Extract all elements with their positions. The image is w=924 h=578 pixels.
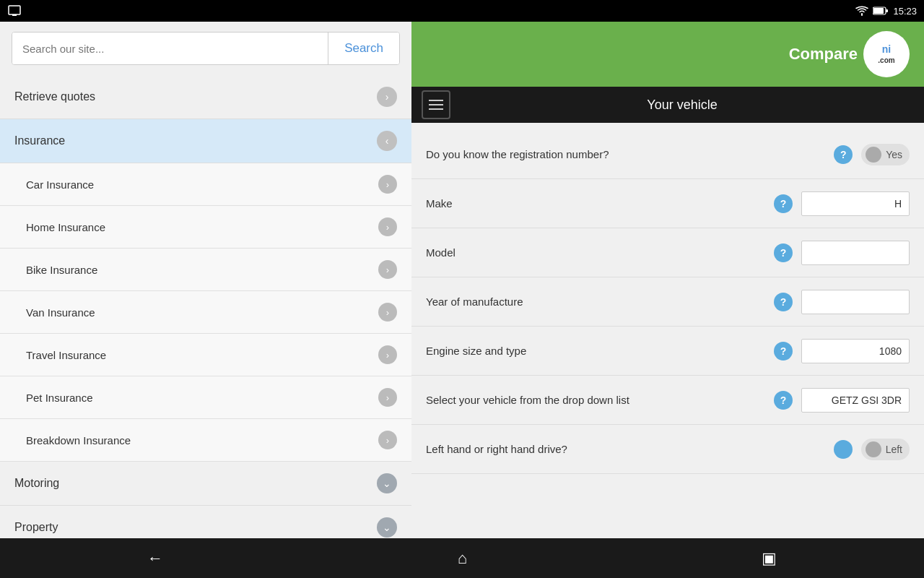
toggle-drive[interactable]: Left [861,439,910,460]
hamburger-button[interactable] [422,90,450,119]
right-panel: Compare ni .com Your vehicle [411,22,924,538]
hamburger-line-2 [429,104,443,105]
form-row-vehicle-select: Select your vehicle from the drop down l… [411,376,924,425]
battery-icon [873,7,889,15]
arrow-icon-pet: › [378,388,397,407]
svg-rect-0 [9,6,20,14]
nav-item-retrieve-quotes[interactable]: Retrieve quotes › [0,75,411,119]
toggle-circle-drive [866,441,881,457]
sub-label-travel: Travel Insurance [26,349,106,361]
top-bar: Your vehicle [411,87,924,123]
recent-button[interactable]: ▣ [740,543,798,574]
nav-item-insurance[interactable]: Insurance ‹ [0,119,411,163]
arrow-icon-travel: › [378,345,397,364]
sub-label-breakdown: Breakdown Insurance [26,434,131,447]
label-year: Year of manufacture [426,296,765,308]
input-year[interactable] [801,290,910,314]
form-row-engine: Engine size and type ? [411,327,924,376]
label-vehicle-select: Select your vehicle from the drop down l… [426,394,765,406]
sub-label-bike: Bike Insurance [26,264,97,276]
input-make[interactable] [801,191,910,216]
help-icon-engine[interactable]: ? [774,342,793,361]
clock: 15:23 [893,6,917,17]
input-vehicle-select[interactable] [801,388,910,413]
help-icon-year[interactable]: ? [774,293,793,311]
nav-label-motoring: Motoring [14,477,59,490]
arrow-icon-breakdown: › [378,431,397,449]
hamburger-line-3 [429,108,443,110]
arrow-icon-bike: › [378,260,397,279]
green-header: Compare ni .com [411,22,924,87]
input-engine[interactable] [801,339,910,363]
svg-rect-3 [873,8,884,14]
left-panel: Search Retrieve quotes › Insurance ‹ Car… [0,22,411,538]
wifi-icon [855,6,868,16]
toggle-label-reg: Yes [886,149,902,160]
svg-rect-4 [886,9,888,12]
search-button[interactable]: Search [328,33,399,64]
nav-item-motoring[interactable]: Motoring ⌄ [0,462,411,506]
form-row-year: Year of manufacture ? [411,277,924,327]
arrow-down-icon-motoring: ⌄ [377,473,397,493]
nav-item-travel-insurance[interactable]: Travel Insurance › [0,334,411,376]
nav-label-retrieve-quotes: Retrieve quotes [14,90,95,103]
screen-icon [7,4,22,18]
form-row-registration: Do you know the registration number? ? Y… [411,130,924,179]
arrow-up-icon-insurance: ‹ [377,131,397,151]
arrow-icon-retrieve: › [377,87,397,107]
help-icon-vehicle-select[interactable]: ? [774,391,793,410]
sub-label-pet: Pet Insurance [26,392,93,404]
status-bar: 15:23 [0,0,924,22]
toggle-circle-reg [866,147,881,163]
sub-label-car: Car Insurance [26,178,94,191]
toggle-label-drive: Left [886,444,902,455]
toggle-registration[interactable]: Yes [861,144,910,165]
sub-label-van: Van Insurance [26,306,95,319]
form-content: Do you know the registration number? ? Y… [411,123,924,538]
bottom-nav: ← ⌂ ▣ [0,538,924,578]
page-title: Your vehicle [450,98,914,113]
nav-item-breakdown-insurance[interactable]: Breakdown Insurance › [0,419,411,462]
arrow-icon-van: › [378,303,397,322]
nav-item-pet-insurance[interactable]: Pet Insurance › [0,376,411,419]
nav-item-property[interactable]: Property ⌄ [0,506,411,538]
svg-rect-1 [12,14,17,16]
nav-label-property: Property [14,521,58,534]
logo-text: Compare [789,45,858,64]
help-icon-drive[interactable] [834,440,853,459]
logo-inner: ni .com [878,43,894,65]
arrow-icon-car: › [378,175,397,194]
label-registration: Do you know the registration number? [426,148,825,160]
back-button[interactable]: ← [126,543,185,574]
sub-label-home: Home Insurance [26,221,105,233]
arrow-icon-home: › [378,217,397,236]
label-drive: Left hand or right hand drive? [426,443,834,455]
logo: Compare ni .com [789,31,910,77]
home-button[interactable]: ⌂ [436,543,489,574]
help-icon-registration[interactable]: ? [834,145,853,164]
search-input[interactable] [12,33,328,64]
help-icon-model[interactable]: ? [774,243,793,262]
label-engine: Engine size and type [426,345,765,357]
nav-label-insurance: Insurance [14,134,65,147]
label-model: Model [426,246,765,259]
label-make: Make [426,197,765,210]
nav-list: Retrieve quotes › Insurance ‹ Car Insura… [0,75,411,538]
nav-item-van-insurance[interactable]: Van Insurance › [0,291,411,334]
nav-item-home-insurance[interactable]: Home Insurance › [0,206,411,249]
form-row-make: Make ? [411,179,924,228]
form-row-model: Model ? [411,228,924,277]
input-model[interactable] [801,241,910,265]
search-bar: Search [12,32,400,65]
nav-item-car-insurance[interactable]: Car Insurance › [0,163,411,206]
arrow-down-icon-property: ⌄ [377,517,397,538]
form-row-drive: Left hand or right hand drive? Left [411,425,924,474]
nav-item-bike-insurance[interactable]: Bike Insurance › [0,249,411,291]
hamburger-line-1 [429,100,443,101]
logo-circle: ni .com [863,31,910,77]
help-icon-make[interactable]: ? [774,194,793,213]
